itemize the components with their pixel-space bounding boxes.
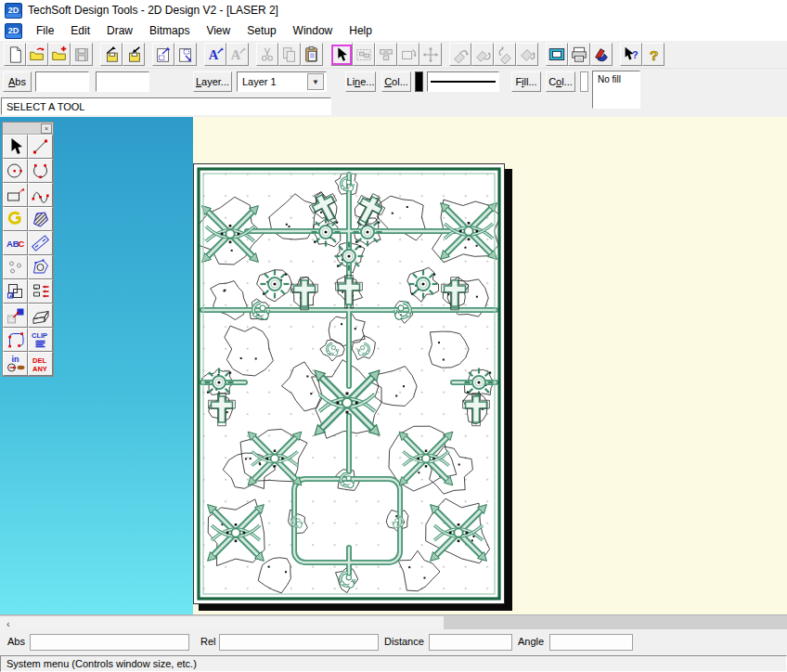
bitmap-import-icon — [154, 45, 173, 64]
menu-edit[interactable]: Edit — [62, 21, 98, 40]
tool-dimension[interactable] — [28, 231, 53, 255]
paste-button[interactable] — [301, 43, 323, 66]
menu-window[interactable]: Window — [285, 21, 342, 40]
zoom-window-button[interactable] — [546, 43, 568, 66]
render-3d-button[interactable] — [590, 43, 613, 66]
save-file-out-button[interactable] — [100, 43, 123, 66]
toolbar-separator — [323, 43, 330, 66]
layer-button[interactable]: Layer... — [193, 71, 232, 92]
tool-delete-any[interactable]: DELANY — [28, 352, 53, 376]
title-bar: 2D TechSoft Design Tools - 2D Design V2 … — [0, 0, 787, 20]
open-drawing-icon — [28, 45, 46, 64]
angle-field[interactable] — [549, 634, 633, 651]
menu-view[interactable]: View — [198, 21, 239, 40]
tool-text[interactable]: ABC — [3, 231, 28, 255]
tool-curve[interactable] — [28, 183, 53, 207]
tool-clip[interactable]: CLIP — [28, 328, 53, 352]
new-document-button[interactable] — [4, 43, 26, 66]
prompt-bar: SELECT A TOOL — [0, 97, 787, 118]
bitmap-export-button[interactable] — [174, 43, 197, 66]
transform-1-button — [449, 43, 471, 66]
save-file-in-button[interactable] — [123, 43, 145, 66]
cut-icon — [258, 45, 277, 64]
abs-button[interactable]: Abs — [3, 71, 32, 92]
layer-select[interactable]: Layer 1 ▼ — [237, 71, 327, 92]
tool-points[interactable] — [3, 255, 28, 279]
line-colour-swatch[interactable] — [415, 71, 423, 92]
app-icon: 2D — [5, 3, 22, 19]
abs-coordinate-field[interactable] — [30, 634, 189, 651]
open-add-drawing-icon — [50, 45, 69, 64]
fill-style-text: No fill — [598, 74, 621, 84]
line-colour-button[interactable]: Col... — [381, 71, 411, 92]
page-shadow-bottom — [199, 604, 512, 611]
menu-bitmaps[interactable]: Bitmaps — [141, 21, 198, 40]
save-drawing-button — [71, 43, 93, 66]
scroll-left-icon[interactable]: ‹ — [6, 618, 10, 629]
menu-setup[interactable]: Setup — [239, 21, 284, 40]
menu-file[interactable]: File — [28, 21, 62, 40]
tool-freehand[interactable] — [3, 207, 28, 231]
x-coordinate-field[interactable] — [35, 71, 89, 92]
horizontal-scrollbar-thumb[interactable]: ‹ — [0, 616, 444, 630]
transform-1-icon — [451, 45, 470, 64]
tool-copy-object[interactable] — [3, 279, 28, 304]
svg-text:in: in — [12, 355, 19, 364]
text-import-icon: A — [206, 45, 225, 64]
svg-text:C: C — [19, 239, 25, 249]
context-help-button[interactable]: ? — [620, 43, 642, 66]
toolbar-separator — [145, 43, 152, 66]
tool-palette-titlebar[interactable]: × — [3, 123, 53, 135]
tool-zoom-in[interactable]: in — [3, 352, 28, 376]
text-export-button: A — [226, 43, 249, 66]
transform-3-icon — [496, 45, 514, 64]
menu-bar: 2D FileEditDrawBitmapsViewSetupWindowHel… — [0, 20, 787, 42]
tool-list-arrows[interactable] — [28, 279, 53, 304]
open-drawing-button[interactable] — [26, 43, 48, 66]
transform-3-button — [494, 43, 516, 66]
toolbar-separator — [93, 43, 100, 66]
fill-button[interactable]: Fill... — [511, 71, 541, 92]
fill-style-preview[interactable]: No fill — [592, 71, 640, 109]
chevron-down-icon[interactable]: ▼ — [307, 73, 324, 90]
rel-label: Rel — [200, 636, 216, 647]
print-button[interactable] — [568, 43, 590, 66]
document-icon[interactable]: 2D — [5, 23, 22, 39]
tool-box-3d[interactable] — [28, 304, 53, 328]
tool-bitmap-area[interactable] — [3, 304, 28, 328]
tool-select[interactable] — [3, 135, 28, 159]
close-icon[interactable]: × — [41, 123, 52, 134]
horizontal-scrollbar[interactable]: ‹ — [0, 614, 787, 629]
tool-line[interactable] — [28, 135, 53, 159]
open-add-drawing-button[interactable] — [48, 43, 71, 66]
menu-help[interactable]: Help — [341, 21, 381, 40]
tool-arc[interactable] — [28, 159, 53, 183]
select-pointer-button[interactable] — [330, 43, 353, 66]
bitmap-import-button[interactable] — [152, 43, 174, 66]
drawing-workspace[interactable]: × ABCCLIPinDELANY — [0, 117, 787, 614]
tool-node-edit[interactable] — [28, 255, 53, 279]
line-style-preview[interactable] — [427, 71, 499, 92]
y-coordinate-field[interactable] — [96, 71, 149, 92]
group-objects-button — [353, 43, 375, 66]
tool-rectangle[interactable] — [3, 183, 28, 207]
fill-colour-swatch[interactable] — [580, 71, 588, 92]
format-toolbar: Abs Layer... Layer 1 ▼ Line... Col... Fi… — [0, 69, 787, 97]
tool-circle[interactable] — [3, 159, 28, 183]
drawing-page[interactable] — [193, 163, 505, 604]
toolbar-separator — [442, 43, 449, 66]
menu-draw[interactable]: Draw — [98, 21, 141, 40]
tool-path-edit[interactable] — [3, 328, 28, 352]
help-button[interactable]: ? — [642, 43, 664, 66]
tool-polygon-hatch[interactable] — [28, 207, 53, 231]
rel-coordinate-field[interactable] — [219, 634, 379, 651]
line-style-sample — [431, 81, 496, 83]
text-import-button[interactable]: A — [204, 43, 226, 66]
main-toolbar: AA?? — [0, 41, 787, 69]
line-button[interactable]: Line... — [345, 71, 376, 92]
distance-field[interactable] — [429, 634, 512, 651]
copy-icon — [280, 45, 299, 64]
svg-text:DEL: DEL — [32, 356, 46, 365]
prompt-box: SELECT A TOOL — [1, 97, 331, 115]
fill-colour-button[interactable]: Col... — [546, 71, 575, 92]
